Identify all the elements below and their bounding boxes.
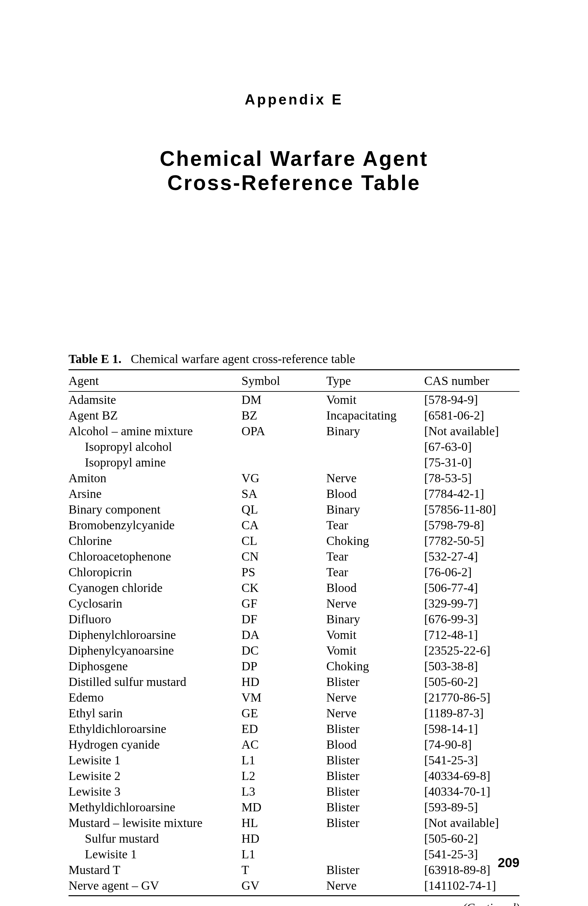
header-cas: CAS number: [424, 370, 519, 392]
cell-symbol: T: [241, 862, 326, 877]
page-number: 209: [498, 855, 519, 870]
cell-agent: Nerve agent – GV: [69, 877, 241, 896]
cell-symbol: OPA: [241, 423, 326, 439]
table-row: Ethyl sarinGENerve[1189-87-3]: [69, 705, 519, 721]
table-row: Hydrogen cyanideACBlood[74-90-8]: [69, 737, 519, 752]
table-row: Agent BZBZIncapacitating[6581-06-2]: [69, 407, 519, 423]
cell-type: [326, 831, 424, 846]
cell-agent: Cyclosarin: [69, 595, 241, 611]
cell-symbol: HD: [241, 831, 326, 846]
cell-symbol: GV: [241, 877, 326, 896]
caption-text: Chemical warfare agent cross-reference t…: [131, 352, 355, 366]
cell-symbol: CK: [241, 580, 326, 595]
cell-type: Nerve: [326, 595, 424, 611]
cell-type: Vomit: [326, 643, 424, 658]
cell-type: Nerve: [326, 877, 424, 896]
cell-type: Nerve: [326, 689, 424, 705]
cell-cas: [5798-79-8]: [424, 517, 519, 533]
cell-type: Blister: [326, 799, 424, 815]
cell-symbol: GF: [241, 595, 326, 611]
cell-agent: Cyanogen chloride: [69, 580, 241, 595]
cell-cas: [505-60-2]: [424, 831, 519, 846]
table-row: AmitonVGNerve[78-53-5]: [69, 470, 519, 486]
cell-cas: [712-48-1]: [424, 627, 519, 643]
cell-agent: Diphenylcyanoarsine: [69, 643, 241, 658]
cell-agent: Isopropyl amine: [69, 455, 241, 470]
cell-agent: Difluoro: [69, 611, 241, 627]
cell-cas: [1189-87-3]: [424, 705, 519, 721]
header-type: Type: [326, 370, 424, 392]
cell-symbol: MD: [241, 799, 326, 815]
table-row: DiphosgeneDPChoking[503-38-8]: [69, 658, 519, 674]
cell-type: Vomit: [326, 391, 424, 407]
cell-agent: Hydrogen cyanide: [69, 737, 241, 752]
cell-symbol: VM: [241, 689, 326, 705]
table-row: ChloroacetophenoneCNTear[532-27-4]: [69, 549, 519, 564]
page: Appendix E Chemical Warfare Agent Cross-…: [0, 0, 588, 906]
caption-label: Table E 1.: [69, 352, 121, 366]
table-body: AdamsiteDMVomit[578-94-9]Agent BZBZIncap…: [69, 391, 519, 896]
continued-label: (Continued): [69, 901, 519, 906]
cell-type: Tear: [326, 564, 424, 580]
table-row: MethyldichloroarsineMDBlister[593-89-5]: [69, 799, 519, 815]
table-row: Lewisite 1L1Blister[541-25-3]: [69, 752, 519, 768]
cell-symbol: GE: [241, 705, 326, 721]
cell-cas: [76-06-2]: [424, 564, 519, 580]
cell-cas: [Not available]: [424, 423, 519, 439]
cell-type: Blood: [326, 486, 424, 501]
cell-agent: Adamsite: [69, 391, 241, 407]
table-row: AdamsiteDMVomit[578-94-9]: [69, 391, 519, 407]
table-row: ChloropicrinPSTear[76-06-2]: [69, 564, 519, 580]
cell-symbol: DP: [241, 658, 326, 674]
cell-cas: [75-31-0]: [424, 455, 519, 470]
cell-cas: [329-99-7]: [424, 595, 519, 611]
header-symbol: Symbol: [241, 370, 326, 392]
cell-agent: Edemo: [69, 689, 241, 705]
cell-type: Binary: [326, 423, 424, 439]
cell-cas: [7782-50-5]: [424, 533, 519, 549]
table-row: Sulfur mustardHD[505-60-2]: [69, 831, 519, 846]
cell-symbol: ED: [241, 721, 326, 737]
table-header-row: Agent Symbol Type CAS number: [69, 370, 519, 392]
cell-type: Blister: [326, 674, 424, 689]
cell-type: Blood: [326, 580, 424, 595]
cell-cas: [503-38-8]: [424, 658, 519, 674]
cell-symbol: BZ: [241, 407, 326, 423]
cell-cas: [506-77-4]: [424, 580, 519, 595]
header-agent: Agent: [69, 370, 241, 392]
cell-agent: Mustard – lewisite mixture: [69, 815, 241, 831]
table-row: EdemoVMNerve[21770-86-5]: [69, 689, 519, 705]
cell-agent: Chlorine: [69, 533, 241, 549]
cell-symbol: [241, 455, 326, 470]
cell-symbol: L1: [241, 752, 326, 768]
cell-symbol: L1: [241, 846, 326, 862]
cell-symbol: DM: [241, 391, 326, 407]
cell-symbol: CL: [241, 533, 326, 549]
cell-type: [326, 455, 424, 470]
cell-type: Nerve: [326, 470, 424, 486]
cell-agent: Lewisite 3: [69, 783, 241, 799]
table-row: CyclosarinGFNerve[329-99-7]: [69, 595, 519, 611]
cell-symbol: SA: [241, 486, 326, 501]
cell-cas: [40334-70-1]: [424, 783, 519, 799]
table-row: Binary componentQLBinary[57856-11-80]: [69, 501, 519, 517]
cell-cas: [676-99-3]: [424, 611, 519, 627]
table-row: Lewisite 3L3Blister[40334-70-1]: [69, 783, 519, 799]
table-row: Lewisite 1L1[541-25-3]: [69, 846, 519, 862]
table-row: Distilled sulfur mustardHDBlister[505-60…: [69, 674, 519, 689]
cell-symbol: AC: [241, 737, 326, 752]
cell-cas: [7784-42-1]: [424, 486, 519, 501]
table-row: BromobenzylcyanideCATear[5798-79-8]: [69, 517, 519, 533]
cell-cas: [78-53-5]: [424, 470, 519, 486]
table-row: Mustard TTBlister[63918-89-8]: [69, 862, 519, 877]
cell-cas: [598-14-1]: [424, 721, 519, 737]
cell-agent: Chloroacetophenone: [69, 549, 241, 564]
cell-agent: Ethyldichloroarsine: [69, 721, 241, 737]
table-row: Nerve agent – GVGVNerve[141102-74-1]: [69, 877, 519, 896]
cell-agent: Diphosgene: [69, 658, 241, 674]
cell-type: [326, 439, 424, 455]
cell-cas: [23525-22-6]: [424, 643, 519, 658]
cell-type: Vomit: [326, 627, 424, 643]
cell-agent: Arsine: [69, 486, 241, 501]
cell-agent: Diphenylchloroarsine: [69, 627, 241, 643]
